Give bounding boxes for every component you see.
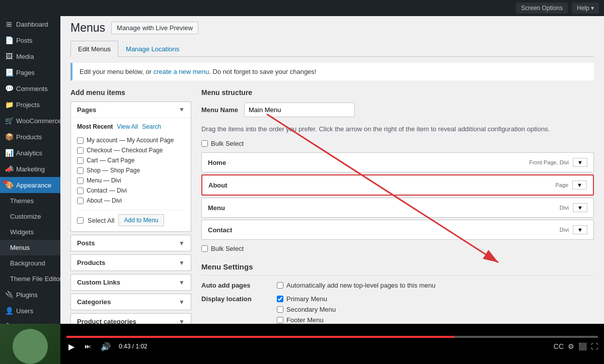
- cc-button[interactable]: CC: [554, 342, 564, 350]
- sidebar-item-appearance[interactable]: 🎨 Appearance: [0, 177, 60, 193]
- sidebar-item-woocommerce[interactable]: 🛒 WooCommerce: [0, 113, 60, 129]
- add-to-menu-button[interactable]: Add to Menu: [118, 214, 164, 226]
- page-checkbox-shop[interactable]: [77, 167, 84, 174]
- accordion-categories-header[interactable]: Categories ▼: [71, 294, 191, 310]
- settings-video-button[interactable]: ⚙: [568, 342, 574, 350]
- skip-button[interactable]: ⏭: [83, 342, 93, 351]
- accordion-posts-header[interactable]: Posts ▼: [71, 235, 191, 251]
- accordion-pages-header[interactable]: Pages ▲: [71, 102, 191, 118]
- page-checkbox-menu[interactable]: [77, 177, 84, 184]
- fullscreen-button[interactable]: ⛶: [591, 342, 598, 350]
- time-display: 0:43 / 1:02: [119, 343, 147, 350]
- menu-item-menu-expand[interactable]: ▼: [573, 203, 587, 212]
- sidebar-item-widgets[interactable]: Widgets: [0, 224, 60, 240]
- primary-menu-option: Primary Menu: [277, 295, 336, 303]
- list-item: Shop — Shop Page: [77, 165, 185, 175]
- menu-item-about: About Page ▼: [201, 174, 594, 196]
- sidebar-item-posts[interactable]: 📄 Posts: [0, 32, 60, 48]
- list-item: Checkout — Checkout Page: [77, 145, 185, 155]
- top-bar: Screen Options Help ▾: [0, 0, 604, 16]
- sidebar-item-label: Analytics: [16, 149, 42, 157]
- auto-add-options: Automatically add new top-level pages to…: [277, 282, 435, 289]
- sidebar-item-menus[interactable]: Menus: [0, 240, 60, 255]
- primary-menu-checkbox[interactable]: [277, 296, 283, 302]
- video-player-bar: ▶ ⏭ 🔊 0:43 / 1:02 CC ⚙ ⬛ ⛶: [0, 324, 604, 364]
- sidebar-item-marketing[interactable]: 📣 Marketing: [0, 161, 60, 177]
- screen-options-button[interactable]: Screen Options: [516, 3, 568, 14]
- help-button[interactable]: Help ▾: [572, 3, 599, 14]
- page-label: About — Divi: [87, 197, 122, 204]
- sidebar-item-products[interactable]: 📦 Products: [0, 129, 60, 145]
- tab-edit-menus[interactable]: Edit Menus: [70, 41, 118, 57]
- accordion-posts-label: Posts: [77, 239, 95, 247]
- auto-add-checkbox[interactable]: [277, 282, 283, 289]
- accordion-product-categories-label: Product categories: [77, 318, 136, 324]
- tab-manage-locations[interactable]: Manage Locations: [118, 41, 187, 57]
- bulk-select-checkbox-bottom[interactable]: [201, 245, 208, 252]
- sidebar-item-pages[interactable]: 📃 Pages: [0, 64, 60, 80]
- footer-menu-checkbox[interactable]: [277, 317, 283, 323]
- accordion-pages-body: Most Recent View All Search My account —…: [71, 118, 191, 231]
- pages-icon: 📃: [5, 68, 13, 76]
- create-new-menu-link[interactable]: create a new menu: [154, 68, 209, 75]
- sidebar-item-analytics[interactable]: 📊 Analytics: [0, 145, 60, 161]
- list-item: Menu — Divi: [77, 175, 185, 186]
- filter-search[interactable]: Search: [142, 123, 161, 130]
- sidebar-item-customize[interactable]: Customize: [0, 209, 60, 224]
- comments-icon: 💬: [5, 84, 13, 93]
- right-video-controls: CC ⚙ ⬛ ⛶: [554, 342, 598, 350]
- sidebar-item-theme-editor[interactable]: Theme File Editor: [0, 271, 60, 287]
- sidebar-item-media[interactable]: 🖼 Media: [0, 48, 60, 64]
- tabs: Edit Menus Manage Locations: [70, 41, 594, 57]
- two-col-layout: Add menu items Pages ▲ Most Recent View …: [70, 88, 594, 324]
- products-icon: 📦: [5, 133, 13, 141]
- page-label: Menu — Divi: [87, 177, 121, 184]
- menu-item-home-expand[interactable]: ▼: [573, 158, 587, 167]
- menu-item-contact: Contact Divi ▼: [201, 220, 594, 240]
- accordion-custom-links: Custom Links ▼: [70, 274, 191, 291]
- page-checkbox-checkout[interactable]: [77, 147, 84, 154]
- accordion-products-header[interactable]: Products ▼: [71, 255, 191, 270]
- sidebar-item-label: Comments: [16, 85, 48, 93]
- display-location-row: Display location Primary Menu Secondary …: [201, 295, 594, 324]
- woocommerce-icon: 🛒: [5, 117, 13, 125]
- secondary-menu-checkbox[interactable]: [277, 306, 283, 313]
- video-bottom-controls: ▶ ⏭ 🔊 0:43 / 1:02 CC ⚙ ⬛ ⛶: [66, 341, 598, 352]
- auto-add-pages-row: Auto add pages Automatically add new top…: [201, 282, 594, 289]
- page-checkbox-about[interactable]: [77, 198, 84, 204]
- bulk-select-top: Bulk Select: [201, 140, 594, 147]
- volume-button[interactable]: 🔊: [99, 341, 113, 352]
- sidebar-item-background[interactable]: Background: [0, 255, 60, 271]
- page-checkbox-cart[interactable]: [77, 157, 84, 164]
- sidebar-item-plugins[interactable]: 🔌 Plugins: [0, 287, 60, 303]
- menu-name-row: Menu Name: [201, 103, 594, 117]
- manage-live-preview-button[interactable]: Manage with Live Preview: [111, 22, 198, 34]
- filter-view-all[interactable]: View All: [117, 123, 138, 130]
- theater-button[interactable]: ⬛: [578, 342, 587, 350]
- progress-bar[interactable]: [66, 336, 598, 338]
- accordion-product-categories-header[interactable]: Product categories ▼: [71, 314, 191, 324]
- play-button[interactable]: ▶: [66, 341, 77, 352]
- page-checkbox-myaccount[interactable]: [77, 137, 84, 144]
- sidebar-item-dashboard[interactable]: ⊞ Dashboard: [0, 16, 60, 32]
- menu-settings: Menu Settings Auto add pages Automatical…: [201, 262, 594, 324]
- accordion-product-categories-arrow: ▼: [179, 318, 185, 324]
- bulk-select-bottom: Bulk Select: [201, 245, 594, 252]
- sidebar-item-tools[interactable]: 🔧 Tools: [0, 319, 60, 324]
- menu-item-menu-label: Menu: [208, 204, 225, 212]
- accordion-custom-links-header[interactable]: Custom Links ▼: [71, 275, 191, 290]
- menu-name-input[interactable]: [244, 103, 355, 117]
- sidebar-item-users[interactable]: 👤 Users: [0, 303, 60, 319]
- sidebar-item-themes[interactable]: Themes: [0, 193, 60, 209]
- filter-most-recent[interactable]: Most Recent: [77, 123, 113, 130]
- bulk-select-checkbox-top[interactable]: [201, 140, 208, 147]
- sidebar-item-comments[interactable]: 💬 Comments: [0, 80, 60, 97]
- menu-item-about-label: About: [208, 181, 228, 189]
- accordion-custom-links-arrow: ▼: [179, 279, 185, 286]
- sidebar-item-projects[interactable]: 📁 Projects: [0, 97, 60, 113]
- menu-item-about-expand[interactable]: ▼: [572, 180, 587, 190]
- primary-menu-label: Primary Menu: [286, 295, 327, 303]
- select-all-checkbox[interactable]: [77, 217, 84, 224]
- page-checkbox-contact[interactable]: [77, 188, 84, 194]
- menu-item-contact-expand[interactable]: ▼: [573, 225, 587, 234]
